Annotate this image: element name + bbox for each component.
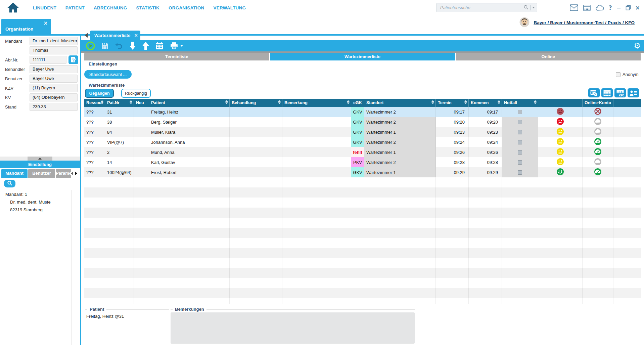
notfall-checkbox[interactable]: [518, 160, 522, 165]
field-value[interactable]: Bayer Uwe: [30, 65, 78, 73]
gear-icon[interactable]: ⚙: [634, 41, 641, 51]
view-tab-online[interactable]: Online: [456, 53, 641, 60]
cell-ressource: [84, 177, 105, 187]
view-tab-terminliste[interactable]: Terminliste: [84, 53, 269, 60]
print-caret-icon[interactable]: [180, 45, 183, 47]
anonym-checkbox[interactable]: [616, 72, 620, 77]
edit-button[interactable]: [68, 55, 78, 64]
arrow-up-icon[interactable]: [142, 41, 149, 50]
notfall-checkbox[interactable]: [518, 120, 522, 124]
avatar[interactable]: [519, 17, 530, 28]
column-header-kommen[interactable]: Kommen: [469, 99, 502, 107]
column-header-behandlung[interactable]: Behandlung: [230, 99, 282, 107]
undo-icon[interactable]: [115, 42, 123, 50]
table-row[interactable]: ???31Freitag, HeinzGKVWartezimmer 209:17…: [84, 107, 641, 117]
table-row[interactable]: ???38Berg, SteigerGKVWartezimmer 209:200…: [84, 117, 641, 127]
standort-button[interactable]: Standortauswahl ...: [84, 70, 132, 79]
arrow-down-icon[interactable]: [129, 41, 136, 50]
smiley-happy-icon: [556, 168, 564, 177]
vertical-splitter[interactable]: [80, 36, 81, 345]
table-row[interactable]: ???14Karl, GustavPKVWartezimmer 209:2809…: [84, 157, 641, 167]
search-dropdown-icon[interactable]: [532, 7, 535, 8]
field-value[interactable]: 239.33: [30, 103, 78, 111]
notfall-checkbox[interactable]: [518, 150, 522, 155]
cell-patnr: [105, 258, 134, 268]
sidebar-tab-parameter[interactable]: Parameter: [56, 169, 71, 178]
patient-info-button[interactable]: [628, 88, 639, 97]
doc-tab-scroll-left-icon[interactable]: [85, 33, 88, 38]
tree-node[interactable]: 82319 Starnberg: [0, 206, 71, 214]
restore-icon[interactable]: [626, 5, 631, 10]
table-row[interactable]: ???2Mund, AnnafehltWartezimmer 109:2609:…: [84, 147, 641, 157]
list-action-buttons: KFO: [588, 88, 639, 97]
field-value[interactable]: 111111: [30, 56, 66, 64]
list-view-button[interactable]: [601, 88, 613, 97]
menu-item-organisation[interactable]: ORGANISATION: [169, 5, 204, 10]
cell-ressource: [84, 278, 105, 288]
save-icon[interactable]: [101, 42, 109, 50]
column-header-patient[interactable]: Patient: [149, 99, 230, 107]
tab-organisation[interactable]: Organisation ×: [1, 19, 51, 34]
table-row[interactable]: ???10024(@64)Frost, RobertGKVWartezimmer…: [84, 167, 641, 177]
cell-behandlung: [230, 278, 282, 288]
tree-node[interactable]: Mandant: 1: [0, 190, 71, 198]
sidebar-tab-benutzer[interactable]: Benutzer: [28, 169, 55, 178]
notfall-checkbox[interactable]: [518, 110, 522, 114]
gegangen-button[interactable]: Gegangen: [85, 89, 114, 98]
cell-bemerkung: [282, 228, 351, 238]
notfall-checkbox[interactable]: [518, 140, 522, 144]
scroll-right-icon[interactable]: [75, 172, 77, 175]
menu-item-abrechnung[interactable]: ABRECHNUNG: [94, 5, 127, 10]
field-value[interactable]: Bayer Uwe: [30, 75, 78, 83]
close-icon[interactable]: ×: [635, 4, 640, 11]
calendar-clock-button[interactable]: [588, 88, 600, 97]
field-value[interactable]: Dr. med. dent. Musterma: [30, 37, 78, 45]
table-row[interactable]: ???84Müller, KlaraGKVWartezimmer 109:230…: [84, 127, 641, 137]
column-header-termin[interactable]: Termin: [436, 99, 469, 107]
calendar-icon[interactable]: [583, 4, 591, 11]
menu-item-verwaltung[interactable]: VERWALTUNG: [213, 5, 246, 10]
column-header-notfall[interactable]: Notfall: [502, 99, 538, 107]
close-icon[interactable]: ×: [43, 20, 48, 26]
close-icon[interactable]: ×: [134, 33, 138, 38]
print-icon[interactable]: [170, 42, 183, 50]
column-header-ressource[interactable]: Ressour: [84, 99, 105, 107]
table-row[interactable]: ???VIP(@7)Johannson, AnnaGKVWartezimmer …: [84, 137, 641, 147]
tab-wartezimmerliste[interactable]: Wartezimmerliste ×: [90, 31, 140, 40]
calendar-icon[interactable]: [155, 42, 164, 50]
home-button[interactable]: [6, 1, 20, 15]
notfall-checkbox[interactable]: [518, 170, 522, 175]
menu-item-statistik[interactable]: STATISTIK: [136, 5, 160, 10]
view-tab-wartezimmerliste[interactable]: Wartezimmerliste: [270, 53, 455, 60]
cell-termin: [436, 278, 469, 288]
panel-resize-handle[interactable]: [0, 157, 80, 161]
field-value[interactable]: Thomas: [30, 46, 78, 54]
play-icon[interactable]: [86, 41, 95, 50]
tree-search-button[interactable]: [4, 180, 15, 187]
rueckgaengig-button[interactable]: Rückgängig: [121, 89, 151, 98]
cell-notfall: [502, 117, 538, 127]
kfo-list-button[interactable]: KFO: [614, 88, 626, 97]
user-context-link[interactable]: Bayer / Bayer / Mustermann-Test / Praxis…: [534, 20, 635, 25]
mail-icon[interactable]: [569, 4, 579, 11]
anonym-checkbox-group[interactable]: Anonym: [616, 72, 639, 77]
column-header-patnr[interactable]: Pat.Nr: [105, 99, 134, 107]
remarks-textarea[interactable]: [171, 312, 415, 344]
field-value[interactable]: (64) Oberbayern: [30, 93, 78, 101]
table-row-empty: [84, 228, 641, 238]
sidebar-tab-mandant[interactable]: Mandant: [1, 169, 28, 178]
help-icon[interactable]: ?: [609, 4, 612, 11]
notfall-checkbox[interactable]: [518, 130, 522, 134]
menu-item-linudent[interactable]: LINUDENT: [33, 5, 56, 10]
column-header-standort[interactable]: Standort: [364, 99, 436, 107]
field-value[interactable]: (11) Bayern: [30, 84, 78, 92]
minimize-icon[interactable]: −: [616, 4, 621, 11]
cloud-icon[interactable]: [595, 4, 604, 11]
cell-mood: [538, 177, 583, 187]
scroll-left-icon[interactable]: [71, 172, 73, 175]
menu-item-patient[interactable]: PATIENT: [65, 5, 85, 10]
table-row-empty: [84, 177, 641, 187]
patient-search-input[interactable]: Patientensuche: [436, 3, 537, 12]
tree-node[interactable]: Dr. med. dent. Muste: [0, 198, 71, 206]
column-header-bemerkung[interactable]: Bemerkung: [282, 99, 351, 107]
